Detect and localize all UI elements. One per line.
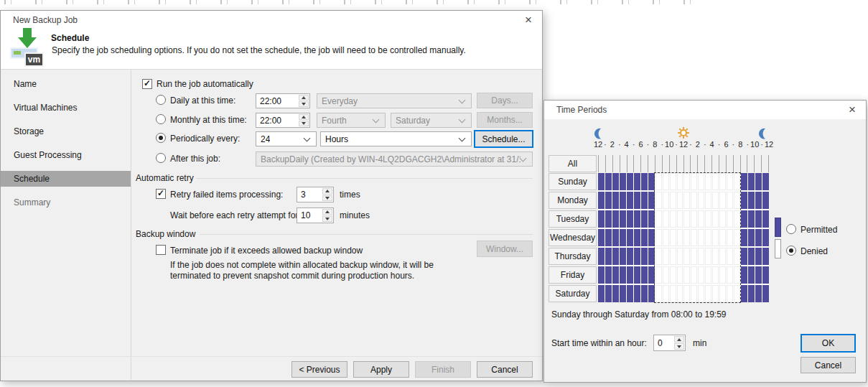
start-time-spin-buttons[interactable] (673, 335, 685, 350)
grid-cell-sunday-18[interactable] (727, 173, 733, 190)
grid-cell-wednesday-2[interactable] (612, 229, 619, 246)
grid-cell-saturday-11[interactable] (677, 285, 683, 302)
grid-cell-saturday-15[interactable] (705, 285, 711, 302)
grid-cell-tuesday-16[interactable] (712, 210, 719, 228)
grid-cell-saturday-9[interactable] (663, 285, 669, 302)
sidebar-item-storage[interactable]: Storage (1, 123, 131, 139)
grid-cell-saturday-21[interactable] (748, 285, 755, 302)
grid-cell-thursday-23[interactable] (762, 248, 769, 265)
grid-cell-sunday-5[interactable] (634, 173, 640, 190)
all-hour-cell[interactable] (612, 155, 620, 172)
grid-cell-saturday-6[interactable] (641, 285, 648, 302)
run-automatically-checkbox[interactable] (142, 79, 152, 89)
row-label-sunday[interactable]: Sunday (549, 173, 597, 190)
all-hour-cell[interactable] (662, 155, 669, 172)
grid-cell-monday-22[interactable] (755, 192, 762, 209)
grid-cell-monday-3[interactable] (620, 192, 626, 209)
grid-cell-wednesday-23[interactable] (762, 229, 769, 246)
retry-checkbox[interactable] (156, 189, 166, 199)
grid-cell-monday-6[interactable] (641, 192, 648, 209)
grid-cell-tuesday-19[interactable] (734, 210, 740, 228)
grid-cell-monday-19[interactable] (734, 192, 740, 209)
wizard-close-icon[interactable]: × (518, 11, 539, 28)
grid-cell-wednesday-14[interactable] (698, 229, 704, 246)
grid-cell-wednesday-13[interactable] (691, 229, 697, 246)
grid-cell-tuesday-8[interactable] (655, 210, 662, 228)
days-button[interactable]: Days... (477, 93, 533, 108)
grid-cell-thursday-17[interactable] (719, 248, 726, 265)
row-label-thursday[interactable]: Thursday (549, 248, 597, 265)
grid-cell-saturday-19[interactable] (734, 285, 740, 302)
grid-cell-tuesday-11[interactable] (677, 210, 683, 228)
grid-cell-sunday-9[interactable] (663, 173, 669, 190)
grid-cell-saturday-8[interactable] (655, 285, 662, 302)
sidebar-item-guest-processing[interactable]: Guest Processing (1, 147, 131, 163)
grid-cell-monday-23[interactable] (762, 192, 769, 209)
sidebar-item-summary[interactable]: Summary (1, 195, 131, 210)
all-hour-cell[interactable] (620, 155, 627, 172)
grid-cell-friday-1[interactable] (605, 266, 612, 284)
grid-cell-thursday-4[interactable] (627, 248, 633, 265)
grid-cell-friday-10[interactable] (670, 266, 676, 284)
grid-cell-wednesday-17[interactable] (719, 229, 726, 246)
grid-cell-sunday-21[interactable] (748, 173, 755, 190)
all-hour-cell[interactable] (676, 155, 683, 172)
grid-cell-wednesday-1[interactable] (605, 229, 612, 246)
grid-cell-wednesday-9[interactable] (663, 229, 669, 246)
grid-cell-tuesday-13[interactable] (691, 210, 697, 228)
sidebar-item-schedule[interactable]: Schedule (1, 171, 131, 187)
grid-cell-monday-12[interactable] (683, 192, 690, 209)
wait-minutes-spinner[interactable]: 10 (297, 208, 334, 223)
grid-cell-saturday-2[interactable] (612, 285, 619, 302)
grid-cell-sunday-15[interactable] (705, 173, 711, 190)
grid-cell-monday-5[interactable] (634, 192, 640, 209)
grid-cell-monday-7[interactable] (648, 192, 655, 209)
grid-cell-saturday-0[interactable] (598, 285, 605, 302)
grid-cell-saturday-12[interactable] (683, 285, 690, 302)
grid-cell-thursday-21[interactable] (748, 248, 755, 265)
grid-cell-sunday-16[interactable] (712, 173, 719, 190)
grid-cell-wednesday-18[interactable] (727, 229, 733, 246)
grid-cell-monday-14[interactable] (698, 192, 704, 209)
all-hour-cell[interactable] (704, 155, 711, 172)
grid-cell-tuesday-21[interactable] (748, 210, 755, 228)
grid-cell-monday-8[interactable] (655, 192, 662, 209)
permitted-radio[interactable] (786, 224, 796, 234)
grid-cell-tuesday-3[interactable] (620, 210, 626, 228)
grid-cell-friday-22[interactable] (755, 266, 762, 284)
grid-cell-friday-13[interactable] (691, 266, 697, 284)
grid-cell-thursday-19[interactable] (734, 248, 740, 265)
grid-cell-tuesday-6[interactable] (641, 210, 648, 228)
grid-cell-wednesday-11[interactable] (677, 229, 683, 246)
grid-cell-monday-15[interactable] (705, 192, 711, 209)
grid-cell-monday-20[interactable] (741, 192, 747, 209)
all-hour-cell[interactable] (697, 155, 704, 172)
grid-cell-thursday-12[interactable] (683, 248, 690, 265)
retry-count-spin-buttons[interactable] (322, 187, 333, 202)
grid-cell-tuesday-22[interactable] (755, 210, 762, 228)
after-job-radio[interactable] (156, 153, 166, 163)
all-hour-cell[interactable] (648, 155, 655, 172)
all-hour-cell[interactable] (733, 155, 740, 172)
grid-cell-saturday-16[interactable] (712, 285, 719, 302)
grid-cell-monday-16[interactable] (712, 192, 719, 209)
cancel-button[interactable]: Cancel (477, 361, 533, 378)
all-hour-cell[interactable] (747, 155, 754, 172)
grid-cell-friday-19[interactable] (734, 266, 740, 284)
grid-cell-tuesday-23[interactable] (762, 210, 769, 228)
grid-cell-thursday-1[interactable] (605, 248, 612, 265)
grid-cell-friday-11[interactable] (677, 266, 683, 284)
grid-cell-sunday-0[interactable] (598, 173, 605, 190)
grid-cell-saturday-7[interactable] (648, 285, 655, 302)
grid-cell-saturday-1[interactable] (605, 285, 612, 302)
monthly-time-spin-buttons[interactable] (298, 113, 309, 127)
all-hour-cell[interactable] (719, 155, 726, 172)
grid-cell-tuesday-20[interactable] (741, 210, 747, 228)
grid-cell-thursday-0[interactable] (598, 248, 605, 265)
grid-cell-wednesday-8[interactable] (655, 229, 662, 246)
grid-cell-thursday-16[interactable] (712, 248, 719, 265)
grid-cell-sunday-11[interactable] (677, 173, 683, 190)
grid-cell-sunday-3[interactable] (620, 173, 626, 190)
all-hour-cell[interactable] (726, 155, 733, 172)
grid-cell-sunday-22[interactable] (755, 173, 762, 190)
